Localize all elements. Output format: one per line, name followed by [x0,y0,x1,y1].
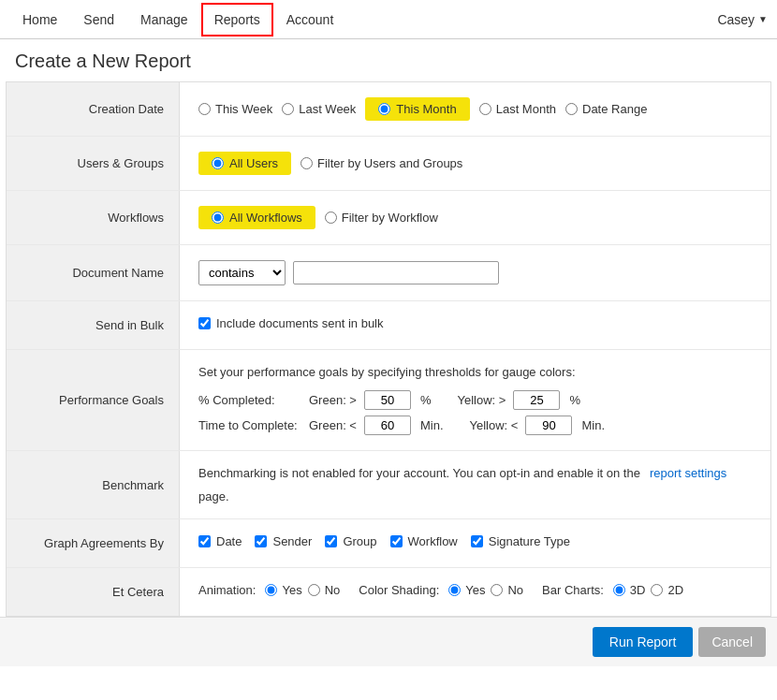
document-name-input[interactable] [293,261,499,284]
radio-all-workflows[interactable]: All Workflows [198,206,315,229]
checkbox-signature-type[interactable]: Signature Type [471,534,570,548]
document-name-select[interactable]: contains starts with ends with equals [198,260,286,285]
radio-bar-charts-3d[interactable]: 3D [613,583,646,597]
radio-animation-yes-input[interactable] [265,584,277,596]
radio-this-week-input[interactable] [198,103,211,115]
performance-goals-label: Performance Goals [7,350,180,450]
radio-color-shading-yes-input[interactable] [448,584,461,596]
nav-send[interactable]: Send [70,3,127,36]
completed-label: % Completed: [198,393,301,407]
report-settings-link[interactable]: report settings [650,466,726,480]
completed-yellow-input[interactable] [513,390,560,410]
radio-color-shading-no[interactable]: No [491,583,523,597]
radio-bar-charts-2d-input[interactable] [651,584,663,596]
radio-animation-no[interactable]: No [308,583,341,597]
completed-yellow-unit: % [569,393,580,407]
report-form: Creation Date This Week Last Week This M… [6,81,771,617]
users-groups-row: Users & Groups All Users Filter by Users… [7,137,770,191]
radio-last-week[interactable]: Last Week [282,102,356,116]
nav-reports[interactable]: Reports [201,3,273,36]
nav-manage[interactable]: Manage [127,3,201,36]
animation-yes-label: Yes [282,583,301,597]
et-cetera-label: Et Cetera [7,568,180,616]
radio-last-month-label: Last Month [496,102,556,116]
send-in-bulk-checkbox[interactable] [198,317,211,329]
time-yellow-unit: Min. [581,418,605,432]
radio-last-week-input[interactable] [282,103,294,115]
radio-all-users[interactable]: All Users [198,152,291,175]
radio-animation-yes[interactable]: Yes [265,583,301,597]
radio-date-range[interactable]: Date Range [565,102,647,116]
radio-last-month[interactable]: Last Month [479,102,556,116]
time-row: Time to Complete: Green: < Min. Yellow: … [198,416,752,435]
checkbox-group[interactable]: Group [325,534,376,548]
performance-goals-description: Set your performance goals by specifying… [198,365,752,379]
radio-filter-users[interactable]: Filter by Users and Groups [301,156,462,170]
radio-bar-charts-3d-input[interactable] [613,584,625,596]
radio-animation-no-input[interactable] [308,584,320,596]
radio-filter-workflow-input[interactable] [325,211,337,224]
graph-agreements-row: Graph Agreements By Date Sender Group Wo… [7,519,770,568]
completed-green-unit: % [420,393,432,407]
time-yellow-label: Yellow: < [470,418,519,432]
checkbox-sender[interactable]: Sender [255,534,312,548]
radio-date-range-input[interactable] [565,103,578,115]
radio-last-week-label: Last Week [299,102,356,116]
yellow-gt-label: Yellow: > [458,393,506,407]
benchmark-text-after: page. [198,489,229,503]
send-in-bulk-checkbox-text: Include documents sent in bulk [216,316,384,330]
radio-last-month-input[interactable] [479,103,491,115]
radio-all-users-label: All Users [229,156,278,170]
radio-filter-users-input[interactable] [301,157,313,169]
run-report-button[interactable]: Run Report [593,627,694,657]
completed-row: % Completed: Green: > % Yellow: > % [198,390,752,410]
checkbox-group-input[interactable] [325,535,337,547]
radio-this-month[interactable]: This Month [365,97,469,121]
green-gt-label: Green: > [309,393,357,407]
cancel-button[interactable]: Cancel [698,627,766,657]
send-in-bulk-checkbox-label[interactable]: Include documents sent in bulk [198,316,384,330]
send-in-bulk-label: Send in Bulk [7,301,180,349]
creation-date-content: This Week Last Week This Month Last Mont… [180,82,770,136]
checkbox-workflow[interactable]: Workflow [390,534,458,548]
send-in-bulk-row: Send in Bulk Include documents sent in b… [7,301,770,350]
performance-goals-grid: % Completed: Green: > % Yellow: > % Time… [198,390,752,435]
checkbox-signature-type-input[interactable] [471,535,483,547]
radio-all-users-input[interactable] [212,157,224,169]
color-shading-group: Color Shading: Yes No [359,583,523,597]
time-yellow-input[interactable] [525,416,572,435]
color-shading-no-label: No [507,583,523,597]
checkbox-sender-label: Sender [272,534,312,548]
nav-home[interactable]: Home [9,3,70,36]
animation-no-label: No [325,583,341,597]
radio-all-workflows-label: All Workflows [229,211,302,225]
checkbox-workflow-input[interactable] [390,535,403,547]
performance-goals-row: Performance Goals Set your performance g… [7,350,770,451]
benchmark-label: Benchmark [7,451,180,518]
user-name: Casey [717,12,755,27]
radio-filter-workflow[interactable]: Filter by Workflow [325,211,438,225]
radio-color-shading-yes[interactable]: Yes [448,583,485,597]
checkbox-date[interactable]: Date [198,534,242,548]
nav-account[interactable]: Account [273,3,347,36]
users-groups-content: All Users Filter by Users and Groups [180,137,770,190]
workflows-label: Workflows [7,191,180,244]
form-footer: Run Report Cancel [0,617,777,666]
document-name-label: Document Name [7,245,180,300]
users-groups-label: Users & Groups [7,137,180,190]
send-in-bulk-content: Include documents sent in bulk [180,301,770,345]
checkbox-date-label: Date [216,534,242,548]
workflows-row: Workflows All Workflows Filter by Workfl… [7,191,770,245]
radio-bar-charts-2d[interactable]: 2D [651,583,683,597]
completed-green-input[interactable] [364,390,411,410]
user-menu[interactable]: Casey ▼ [717,12,768,27]
checkbox-date-input[interactable] [198,535,211,547]
checkbox-sender-input[interactable] [255,535,267,547]
radio-all-workflows-input[interactable] [212,211,224,224]
radio-this-week[interactable]: This Week [198,102,272,116]
chevron-down-icon: ▼ [758,14,768,24]
time-green-input[interactable] [364,416,411,435]
radio-color-shading-no-input[interactable] [491,584,503,596]
creation-date-label: Creation Date [7,82,180,136]
radio-this-month-input[interactable] [378,103,390,115]
